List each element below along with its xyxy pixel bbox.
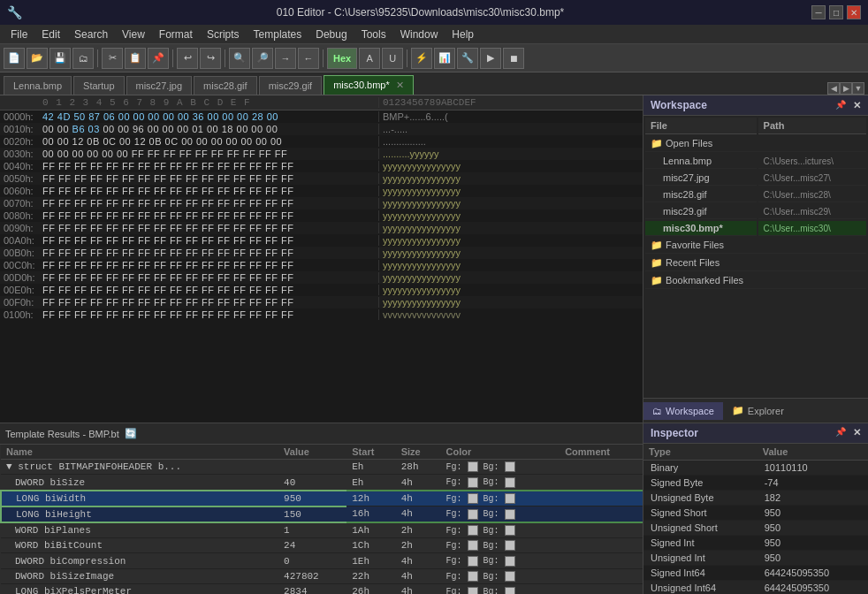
ws-file-misc29[interactable]: misc29.gif C:\User...misc29\ <box>645 204 866 219</box>
tb-open[interactable]: 📂 <box>27 48 48 69</box>
ws-favorite-files-row[interactable]: 📁 Favorite Files <box>645 238 866 254</box>
insp-row-unsigned-int64[interactable]: Unsigned Int64 644245095350 <box>643 581 868 595</box>
ws-tab-explorer[interactable]: 📁 Explorer <box>723 401 793 420</box>
menu-window[interactable]: Window <box>393 27 445 42</box>
tb-unicode[interactable]: U <box>382 48 403 69</box>
menu-format[interactable]: Format <box>152 27 200 42</box>
tb-find[interactable]: 🔍 <box>229 48 250 69</box>
tab-misc27[interactable]: misc27.jpg <box>126 76 193 95</box>
insp-row-signed-short[interactable]: Signed Short 950 <box>643 506 868 521</box>
tb-ascii[interactable]: A <box>359 48 380 69</box>
tb-find-hex[interactable]: 🔎 <box>252 48 273 69</box>
inspector-scroll[interactable]: Type Value Binary 10110110 Signed Byte -… <box>643 444 868 594</box>
ws-file-misc28[interactable]: misc28.gif C:\User...misc28\ <box>645 187 866 202</box>
tab-misc28[interactable]: misc28.gif <box>194 76 257 95</box>
hex-bytes[interactable]: FF FF FF FF FF FF FF FF FF FF FF FF FF F… <box>42 272 378 283</box>
tb-find-next[interactable]: → <box>275 48 296 69</box>
template-scroll[interactable]: Name Value Start Size Color Comment ▼ st… <box>0 445 643 594</box>
insp-row-unsigned-byte[interactable]: Unsigned Byte 182 <box>643 491 868 506</box>
ws-file-misc27[interactable]: misc27.jpg C:\User...misc27\ <box>645 171 866 186</box>
hex-bytes[interactable]: 00 00 B6 03 00 00 96 00 00 00 01 00 18 0… <box>42 124 378 134</box>
tr-bibitcount[interactable]: WORD biBitCount 24 1Ch 2h Fg: Bg: <box>1 538 643 553</box>
tb-more4[interactable]: ▶ <box>480 48 501 69</box>
tr-bicompression[interactable]: DWORD biCompression 0 1Eh 4h Fg: Bg: <box>1 553 643 568</box>
tr-biplanes[interactable]: WORD biPlanes 1 1Ah 2h Fg: Bg: <box>1 522 643 538</box>
hex-bytes[interactable]: FF FF FF FF FF FF FF FF FF FF FF FF FF F… <box>42 285 378 295</box>
inspector-pin-icon[interactable]: 📌 <box>835 427 846 439</box>
insp-row-signed-int64[interactable]: Signed Int64 644245095350 <box>643 566 868 581</box>
insp-row-unsigned-int[interactable]: Unsigned Int 950 <box>643 551 868 566</box>
tb-copy[interactable]: 📋 <box>125 48 146 69</box>
hex-bytes[interactable]: 42 4D 50 87 06 00 00 00 00 00 36 00 00 0… <box>42 111 378 122</box>
insp-row-binary[interactable]: Binary 10110110 <box>643 461 868 476</box>
menu-help[interactable]: Help <box>445 27 481 42</box>
tb-save[interactable]: 💾 <box>49 48 71 69</box>
hex-bytes[interactable]: FF FF FF FF FF FF FF FF FF FF FF FF FF F… <box>42 198 378 209</box>
insp-row-signed-byte[interactable]: Signed Byte -74 <box>643 476 868 491</box>
tr-struct[interactable]: ▼ struct BITMAPINFOHEADER b... Eh 28h Fg… <box>1 460 643 475</box>
td-name: LONG biWidth <box>1 491 278 506</box>
ws-recent-files-row[interactable]: 📁 Recent Files <box>645 255 866 271</box>
hex-bytes[interactable]: FF FF FF FF FF FF FF FF FF FF FF FF FF F… <box>42 297 378 308</box>
tr-biheight[interactable]: LONG biHeight 150 16h 4h Fg: Bg: <box>1 506 643 522</box>
hex-bytes[interactable]: FF FF FF FF FF FF FF FF FF FF FF FF FF F… <box>42 248 378 258</box>
tr-biwidth[interactable]: LONG biWidth 950 12h 4h Fg: Bg: <box>1 491 643 506</box>
tab-right-btn[interactable]: ▶ <box>840 82 852 95</box>
menu-scripts[interactable]: Scripts <box>200 27 247 42</box>
menu-tools[interactable]: Tools <box>354 27 393 42</box>
hex-bytes[interactable]: FF FF FF FF FF FF FF FF FF FF FF FF FF F… <box>42 186 378 196</box>
hex-bytes[interactable]: FF FF FF FF FF FF FF FF FF FF FF FF FF F… <box>42 223 378 233</box>
tb-more2[interactable]: 📊 <box>434 48 455 69</box>
hex-scroll-area[interactable]: 0000h: 42 4D 50 87 06 00 00 00 00 00 36 … <box>0 110 643 423</box>
tab-left-btn[interactable]: ◀ <box>827 82 840 95</box>
close-button[interactable]: ✕ <box>847 5 861 19</box>
menu-templates[interactable]: Templates <box>247 27 309 42</box>
hex-bytes[interactable]: FF FF FF FF FF FF FF FF FF FF FF FF FF F… <box>42 235 378 246</box>
tr-bixpelspermeter[interactable]: LONG biXPelsPerMeter 2834 26h 4h Fg: Bg: <box>1 584 643 594</box>
hex-bytes[interactable]: FF FF FF FF FF FF FF FF FF FF FF FF FF F… <box>42 260 378 270</box>
tab-close-icon[interactable]: ✕ <box>396 80 404 90</box>
tab-misc30[interactable]: misc30.bmp* ✕ <box>324 75 414 95</box>
tab-list-btn[interactable]: ▼ <box>852 82 864 95</box>
ws-file-lenna[interactable]: Lenna.bmp C:\Users...ictures\ <box>645 154 866 169</box>
tb-new[interactable]: 📄 <box>4 48 25 69</box>
menu-edit[interactable]: Edit <box>34 27 67 42</box>
tb-save-all[interactable]: 🗂 <box>72 48 94 69</box>
tb-paste[interactable]: 📌 <box>148 48 169 69</box>
minimize-button[interactable]: ─ <box>811 5 826 19</box>
tb-redo[interactable]: ↪ <box>200 48 221 69</box>
menu-search[interactable]: Search <box>67 27 115 42</box>
hex-bytes[interactable]: 00 00 00 00 00 00 FF FF FF FF FF FF FF F… <box>42 148 378 159</box>
tab-startup[interactable]: Startup <box>73 76 124 95</box>
hex-bytes[interactable]: FF FF FF FF FF FF FF FF FF FF FF FF FF F… <box>42 161 378 171</box>
ws-bookmarked-files-row[interactable]: 📁 Bookmarked Files <box>645 273 866 289</box>
workspace-close-icon[interactable]: ✕ <box>853 100 861 111</box>
tb-more5[interactable]: ⏹ <box>503 48 524 69</box>
template-refresh-icon[interactable]: 🔄 <box>125 428 137 439</box>
hex-bytes[interactable]: FF FF FF FF FF FF FF FF FF FF FF FF FF F… <box>42 309 378 320</box>
tb-more3[interactable]: 🔧 <box>457 48 478 69</box>
hex-bytes[interactable]: 00 00 12 0B 0C 00 12 0B 0C 00 00 00 00 0… <box>42 136 378 147</box>
workspace-pin-icon[interactable]: 📌 <box>835 100 846 111</box>
tb-cut[interactable]: ✂ <box>102 48 123 69</box>
inspector-close-icon[interactable]: ✕ <box>853 427 861 439</box>
ws-open-files-row[interactable]: 📁 Open Files <box>645 136 866 152</box>
insp-row-unsigned-short[interactable]: Unsigned Short 950 <box>643 521 868 536</box>
tb-hex[interactable]: Hex <box>327 48 357 69</box>
tr-bisize[interactable]: DWORD biSize 40 Eh 4h Fg: Bg: <box>1 475 643 491</box>
hex-bytes[interactable]: FF FF FF FF FF FF FF FF FF FF FF FF FF F… <box>42 173 378 184</box>
tab-misc29[interactable]: misc29.gif <box>259 76 323 95</box>
tr-bisizeimage[interactable]: DWORD biSizeImage 427802 22h 4h Fg: Bg: <box>1 568 643 583</box>
tab-lenna[interactable]: Lenna.bmp <box>4 76 72 95</box>
menu-view[interactable]: View <box>115 27 152 42</box>
menu-debug[interactable]: Debug <box>308 27 354 42</box>
tb-find-prev[interactable]: ← <box>298 48 319 69</box>
tb-more1[interactable]: ⚡ <box>411 48 432 69</box>
ws-file-misc30[interactable]: misc30.bmp* C:\User...misc30\ <box>645 221 866 236</box>
hex-bytes[interactable]: FF FF FF FF FF FF FF FF FF FF FF FF FF F… <box>42 210 378 221</box>
tb-undo[interactable]: ↩ <box>177 48 198 69</box>
maximize-button[interactable]: □ <box>829 5 843 19</box>
menu-file[interactable]: File <box>4 27 34 42</box>
insp-row-signed-int[interactable]: Signed Int 950 <box>643 536 868 551</box>
ws-tab-workspace[interactable]: 🗂 Workspace <box>643 402 723 420</box>
